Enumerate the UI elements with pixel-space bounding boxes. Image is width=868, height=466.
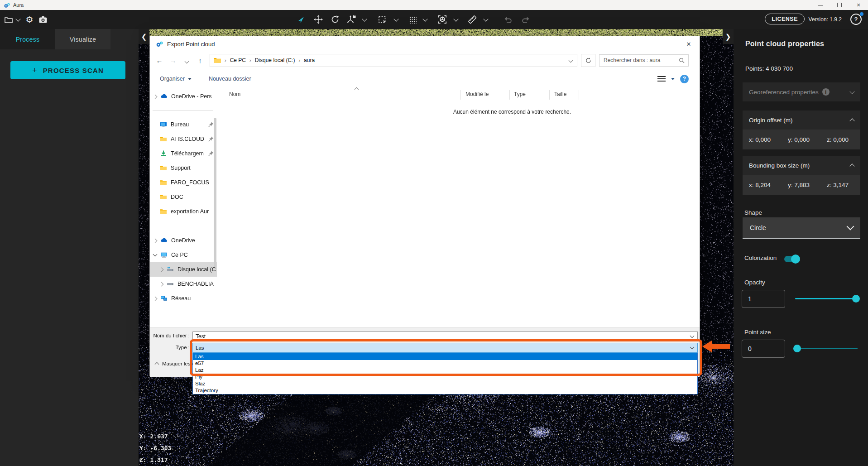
tree-expander-icon[interactable] bbox=[153, 296, 158, 301]
filetype-option-trajectory[interactable]: Trajectory bbox=[193, 387, 697, 394]
tree-expander-icon[interactable] bbox=[159, 282, 164, 286]
tree-item-support[interactable]: Support bbox=[150, 161, 217, 175]
maximize-button[interactable] bbox=[830, 0, 849, 10]
tree-expander-icon[interactable] bbox=[153, 238, 158, 243]
tree-expander-icon[interactable] bbox=[153, 252, 158, 257]
tree-scrollbar[interactable] bbox=[214, 118, 216, 267]
density-grid-icon[interactable] bbox=[407, 10, 418, 29]
breadcrumb-item-aura[interactable]: aura bbox=[304, 57, 315, 63]
point-size-slider[interactable] bbox=[795, 348, 858, 349]
collapse-right-panel-button[interactable]: ❯ bbox=[723, 29, 734, 44]
column-type[interactable]: Type bbox=[514, 91, 526, 97]
tree-item-onedrive[interactable]: OneDrive bbox=[150, 233, 217, 248]
tree-item-benchadlia[interactable]: BENCHADLIA bbox=[150, 277, 217, 291]
pin-icon bbox=[208, 136, 214, 142]
tree-expander-icon[interactable] bbox=[153, 94, 158, 99]
nav-up-icon[interactable]: ↑ bbox=[193, 57, 207, 64]
measure-ruler-icon[interactable] bbox=[465, 10, 479, 29]
tree-item-atis-cloud[interactable]: ATIS.CLOUD bbox=[150, 132, 217, 146]
chevron-up-icon bbox=[849, 163, 854, 168]
column-taille[interactable]: Taille bbox=[554, 91, 566, 97]
rect-select-icon[interactable] bbox=[376, 10, 388, 29]
rotate-orbit-icon[interactable] bbox=[329, 10, 341, 29]
breadcrumb-item-disque-local[interactable]: Disque local (C:) bbox=[255, 57, 295, 63]
bounding-cube-icon[interactable] bbox=[436, 10, 449, 29]
dialog-close-button[interactable]: ✕ bbox=[682, 39, 695, 49]
rect-select-chevron-icon[interactable] bbox=[393, 10, 399, 29]
tree-item-faro-focus[interactable]: FARO_FOCUS bbox=[150, 175, 217, 190]
tree-item-r-seau[interactable]: Réseau bbox=[150, 291, 217, 306]
tree-item-onedrive-pers[interactable]: OneDrive - Pers bbox=[150, 89, 217, 104]
settings-gear-icon[interactable]: ⚙ bbox=[24, 10, 35, 29]
chevron-down-icon bbox=[188, 78, 192, 80]
tree-expander-spacer bbox=[153, 166, 157, 170]
bounding-box-section-header[interactable]: Bounding box size (m) bbox=[743, 156, 860, 175]
tree-expander-spacer bbox=[153, 152, 157, 155]
colorization-toggle[interactable] bbox=[784, 256, 799, 262]
density-grid-chevron-icon[interactable] bbox=[422, 10, 428, 29]
organize-menu[interactable]: Organiser bbox=[160, 76, 192, 82]
open-project-chevron-icon[interactable] bbox=[15, 10, 21, 29]
open-project-icon[interactable] bbox=[3, 10, 14, 29]
opacity-slider-thumb[interactable] bbox=[852, 295, 860, 303]
window-title: Aura bbox=[13, 2, 24, 8]
redo-icon[interactable] bbox=[519, 10, 532, 29]
close-button[interactable]: ✕ bbox=[849, 0, 868, 10]
dialog-help-icon[interactable]: ? bbox=[680, 75, 689, 83]
tree-expander-icon[interactable] bbox=[159, 267, 164, 272]
select-cursor-icon[interactable] bbox=[295, 10, 307, 29]
origin-offset-section-header[interactable]: Origin offset (m) bbox=[743, 110, 860, 130]
point-size-slider-thumb[interactable] bbox=[793, 345, 801, 352]
application-window: Aura — ✕ ⚙ bbox=[0, 0, 868, 466]
tree-expander-spacer bbox=[153, 137, 157, 141]
origin-z: z: 0,000 bbox=[827, 136, 859, 143]
tree-item-ce-pc[interactable]: Ce PC bbox=[150, 248, 217, 262]
file-list-header: Nom Modifié le Type Taille bbox=[218, 89, 700, 101]
info-icon: i bbox=[822, 88, 830, 96]
drivewin-icon bbox=[167, 266, 174, 273]
folder-tree: OneDrive - PersBureauATIS.CLOUDTélécharg… bbox=[150, 89, 217, 327]
nav-back-icon[interactable]: ← bbox=[153, 57, 166, 64]
breadcrumb-separator: › bbox=[298, 58, 300, 63]
undo-icon[interactable] bbox=[502, 10, 514, 29]
breadcrumb[interactable]: › Ce PC › Disque local (C:) › aura bbox=[210, 54, 577, 67]
tab-process[interactable]: Process bbox=[0, 29, 55, 49]
tree-item-exportation-aur[interactable]: exportation Aur bbox=[150, 204, 217, 219]
bounding-cube-chevron-icon[interactable] bbox=[453, 10, 459, 29]
new-folder-button[interactable]: Nouveau dossier bbox=[209, 76, 251, 82]
breadcrumb-dropdown-chevron-icon[interactable] bbox=[569, 57, 572, 63]
tree-expander-spacer bbox=[153, 195, 157, 199]
opacity-slider[interactable] bbox=[795, 298, 859, 299]
refresh-button[interactable] bbox=[581, 54, 595, 67]
tree-item-bureau[interactable]: Bureau bbox=[150, 117, 217, 132]
breadcrumb-item-ce-pc[interactable]: Ce PC bbox=[230, 57, 246, 63]
nav-history-chevron-icon[interactable] bbox=[180, 57, 193, 64]
process-scan-button[interactable]: + PROCESS SCAN bbox=[10, 61, 125, 79]
column-nom[interactable]: Nom bbox=[229, 91, 240, 97]
collapse-left-panel-button[interactable]: ❮ bbox=[139, 29, 149, 44]
screenshot-camera-icon[interactable] bbox=[37, 10, 49, 29]
tab-visualize[interactable]: Visualize bbox=[55, 29, 110, 49]
search-input[interactable]: Rechercher dans : aura bbox=[599, 54, 689, 67]
measure-ruler-chevron-icon[interactable] bbox=[483, 10, 489, 29]
chevron-up-icon bbox=[155, 362, 159, 367]
point-size-input[interactable]: 0 bbox=[742, 340, 785, 358]
shape-select[interactable]: Circle bbox=[743, 217, 860, 239]
tree-item-doc[interactable]: DOC bbox=[150, 190, 217, 204]
axis-lock-chevron-icon[interactable] bbox=[361, 10, 368, 29]
tree-item-t-l-chargem[interactable]: Téléchargem bbox=[150, 146, 217, 161]
breadcrumb-separator: › bbox=[249, 58, 251, 63]
tree-item-disque-local-c[interactable]: Disque local (C bbox=[150, 262, 217, 277]
axis-lock-icon[interactable] bbox=[345, 10, 358, 29]
opacity-input[interactable]: 1 bbox=[742, 290, 785, 308]
column-modifie-le[interactable]: Modifié le bbox=[465, 91, 489, 97]
view-list-icon[interactable] bbox=[657, 76, 666, 82]
filetype-option-slaz[interactable]: Slaz bbox=[193, 380, 697, 387]
pan-move-icon[interactable] bbox=[312, 10, 324, 29]
minimize-button[interactable]: — bbox=[811, 0, 830, 10]
license-button[interactable]: LICENSE bbox=[765, 14, 805, 24]
view-chevron-icon[interactable] bbox=[671, 78, 675, 80]
tree-item-label: exportation Aur bbox=[171, 208, 209, 215]
nav-forward-icon[interactable]: → bbox=[166, 57, 180, 64]
georeferenced-section-header[interactable]: Georeferenced properties i bbox=[743, 82, 860, 101]
